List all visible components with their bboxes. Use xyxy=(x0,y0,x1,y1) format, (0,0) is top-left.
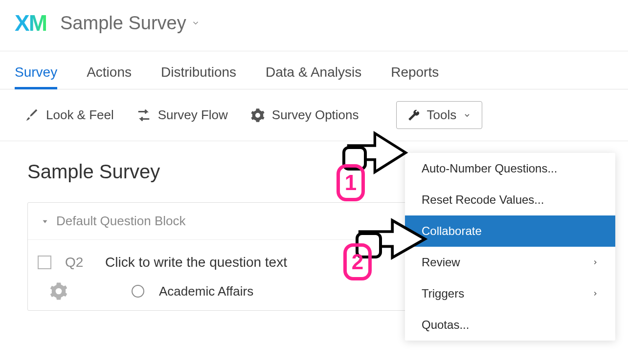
survey-flow-button[interactable]: Survey Flow xyxy=(136,107,228,123)
chevron-right-icon xyxy=(592,290,599,297)
look-feel-label: Look & Feel xyxy=(46,107,114,123)
app-header: XM Sample Survey xyxy=(0,0,628,51)
triangle-down-icon xyxy=(41,217,49,226)
tab-data-analysis[interactable]: Data & Analysis xyxy=(266,55,361,89)
tab-actions[interactable]: Actions xyxy=(87,55,132,89)
tab-distributions[interactable]: Distributions xyxy=(161,55,236,89)
menu-label: Review xyxy=(422,256,460,269)
tools-label: Tools xyxy=(427,107,457,123)
chevron-right-icon xyxy=(592,259,599,266)
menu-quotas[interactable]: Quotas... xyxy=(405,309,615,341)
survey-toolbar: Look & Feel Survey Flow Survey Options T… xyxy=(0,89,628,141)
menu-collaborate[interactable]: Collaborate xyxy=(405,215,615,247)
chevron-down-icon xyxy=(463,111,471,119)
survey-options-button[interactable]: Survey Options xyxy=(250,107,359,123)
tab-reports[interactable]: Reports xyxy=(391,55,439,89)
question-select-checkbox[interactable] xyxy=(38,256,51,269)
survey-flow-label: Survey Flow xyxy=(158,107,228,123)
menu-label: Collaborate xyxy=(422,224,482,238)
main-tabs: Survey Actions Distributions Data & Anal… xyxy=(0,51,628,89)
logo: XM xyxy=(15,10,46,36)
tab-survey[interactable]: Survey xyxy=(15,55,57,89)
project-name: Sample Survey xyxy=(60,13,186,34)
menu-label: Quotas... xyxy=(422,318,469,332)
wrench-icon xyxy=(407,109,420,122)
chevron-down-icon xyxy=(191,19,200,27)
question-text[interactable]: Click to write the question text xyxy=(105,255,287,270)
project-dropdown[interactable]: Sample Survey xyxy=(60,13,200,34)
menu-triggers[interactable]: Triggers xyxy=(405,278,615,309)
flow-icon xyxy=(136,108,151,123)
choice-label[interactable]: Academic Affairs xyxy=(159,284,253,299)
survey-options-label: Survey Options xyxy=(272,107,359,123)
look-feel-button[interactable]: Look & Feel xyxy=(24,107,114,123)
question-gear-icon[interactable] xyxy=(49,282,68,300)
block-name: Default Question Block xyxy=(56,214,185,229)
tools-menu: Auto-Number Questions... Reset Recode Va… xyxy=(405,153,615,341)
menu-review[interactable]: Review xyxy=(405,247,615,278)
gear-icon xyxy=(250,108,265,123)
menu-reset-recode[interactable]: Reset Recode Values... xyxy=(405,184,615,215)
menu-label: Auto-Number Questions... xyxy=(422,162,557,175)
paintbrush-icon xyxy=(24,108,39,123)
choice-radio[interactable] xyxy=(132,285,144,298)
menu-label: Reset Recode Values... xyxy=(422,193,544,207)
question-number: Q2 xyxy=(65,255,91,270)
menu-auto-number[interactable]: Auto-Number Questions... xyxy=(405,153,615,184)
menu-label: Triggers xyxy=(422,287,464,300)
tools-dropdown-button[interactable]: Tools xyxy=(396,101,483,129)
